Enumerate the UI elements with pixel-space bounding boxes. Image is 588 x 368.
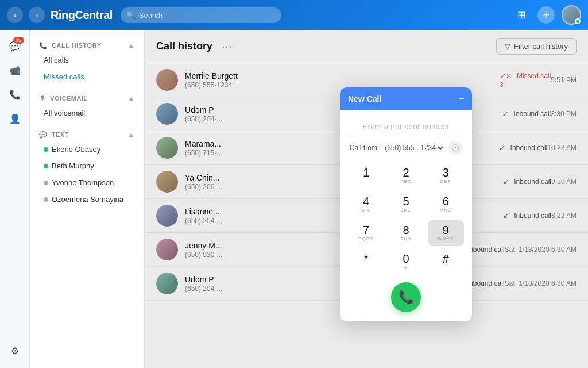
voicemail-chevron[interactable]: ▲ (128, 94, 135, 102)
dial-key-7[interactable]: 7PQRS (348, 220, 384, 246)
missed-calls-label: Missed calls (44, 72, 84, 81)
search-container: 🔍 (121, 7, 281, 23)
back-button[interactable]: ‹ (7, 7, 23, 23)
header-right: ⊞ + (512, 5, 581, 25)
dial-num: 6 (443, 195, 449, 208)
dial-num: 3 (443, 166, 449, 179)
dial-key-*[interactable]: * (348, 249, 384, 274)
search-icon: 🔍 (126, 11, 136, 20)
call-from-row: Call from: (650) 555 - 1234 🕐 (348, 141, 464, 155)
dial-num: 0 (403, 252, 409, 265)
call-from-select[interactable]: (650) 555 - 1234 (382, 143, 445, 152)
forward-button[interactable]: › (29, 7, 45, 23)
dial-letters: WXYZ (438, 236, 454, 242)
phone-small-icon: 📞 (39, 42, 48, 49)
dialpad-input[interactable] (348, 117, 464, 136)
add-button[interactable]: + (537, 6, 555, 24)
text-chevron[interactable]: ▲ (128, 131, 135, 139)
dial-key-2[interactable]: 2ABC (388, 163, 424, 188)
app-header: ‹ › RingCentral 🔍 ⊞ + (0, 0, 588, 30)
dial-call-button[interactable]: 📞 (391, 282, 421, 312)
dialpad: 12ABC3DEF4GHI5JKL6MNO7PQRS8TUV9WXYZ*0+# (348, 163, 464, 274)
modal-body: Call from: (650) 555 - 1234 🕐 12ABC3DEF4… (340, 110, 472, 321)
video-icon-button[interactable]: 📹 (5, 60, 25, 80)
main-content: Call history ⋯ ▽ Filter call history Mer… (145, 30, 588, 368)
settings-icon-button[interactable]: ⚙ (5, 340, 25, 361)
dial-key-4[interactable]: 4GHI (348, 191, 384, 217)
dial-num: 7 (363, 224, 369, 236)
dial-key-8[interactable]: 8TUV (388, 220, 424, 246)
voicemail-label: 🎙 VOICEMAIL (39, 95, 88, 102)
dial-num: 1 (363, 166, 369, 179)
dial-key-3[interactable]: 3DEF (428, 163, 464, 188)
dial-num: 5 (403, 195, 409, 208)
sidebar-item-ozoemena[interactable]: Ozoemena Somayina (30, 191, 144, 208)
ozoemena-status-dot (44, 197, 48, 202)
modal-header: New Call − (340, 87, 472, 110)
call-from-label: Call from: (350, 144, 379, 152)
text-label: 💬 TEXT (39, 131, 69, 139)
all-calls-label: All calls (44, 56, 69, 64)
dial-letters: MNO (439, 208, 452, 213)
dial-letters: JKL (401, 208, 411, 213)
sidebar-item-all-voicemail[interactable]: All voicemail (30, 105, 144, 121)
sidebar: 📞 CALL HISTORY ▲ All calls Missed calls … (30, 30, 145, 368)
main-layout: 💬 12 📹 📞 👤 ⚙ 📞 CALL HISTORY ▲ All calls … (0, 30, 588, 368)
modal-title: New Call (348, 94, 381, 103)
dial-key-9[interactable]: 9WXYZ (428, 220, 464, 246)
dial-num: 2 (403, 166, 409, 179)
sidebar-item-missed-calls[interactable]: Missed calls (30, 68, 144, 85)
clock-button[interactable]: 🕐 (448, 141, 462, 155)
dial-num: 4 (363, 195, 369, 208)
dial-letters: TUV (400, 236, 411, 242)
call-button-wrap: 📞 (348, 282, 464, 312)
messages-badge: 12 (13, 37, 24, 44)
dial-num: 8 (403, 224, 409, 236)
modal-close-button[interactable]: − (459, 94, 464, 103)
dial-num: * (364, 252, 369, 265)
dial-letters: PQRS (358, 236, 374, 242)
text-icon: 💬 (39, 131, 48, 138)
beth-status-dot (44, 164, 48, 168)
new-call-modal: New Call − Call from: (650) 555 - 1234 🕐… (340, 87, 472, 321)
dial-key-5[interactable]: 5JKL (388, 191, 424, 217)
dial-key-#[interactable]: # (428, 249, 464, 274)
sidebar-item-beth[interactable]: Beth Murphy (30, 158, 144, 174)
voicemail-icon: 🎙 (39, 95, 46, 102)
search-input[interactable] (121, 7, 281, 23)
dial-num: # (443, 252, 449, 265)
messages-icon-button[interactable]: 💬 12 (5, 36, 25, 56)
call-history-label: 📞 CALL HISTORY (39, 42, 102, 49)
call-history-section-header: 📞 CALL HISTORY ▲ (30, 37, 144, 52)
ekene-status-dot (44, 147, 48, 152)
sidebar-item-yvonne[interactable]: Yvonne Thompson (30, 174, 144, 191)
dial-letters: DEF (440, 179, 451, 185)
sidebar-item-ekene[interactable]: Ekene Obasey (30, 141, 144, 158)
app-logo: RingCentral (51, 9, 113, 22)
online-status-dot (575, 18, 581, 24)
call-history-chevron[interactable]: ▲ (128, 41, 135, 49)
text-section-header: 💬 TEXT ▲ (30, 126, 144, 141)
dial-letters: GHI (361, 208, 371, 213)
phone-icon-button[interactable]: 📞 (5, 84, 25, 105)
dial-num: 9 (443, 224, 449, 236)
settings-wrap: ⚙ (5, 340, 25, 361)
dial-letters: ABC (400, 179, 411, 185)
dial-key-1[interactable]: 1 (348, 163, 384, 188)
dial-letters: + (404, 265, 408, 271)
user-avatar-wrap (562, 5, 581, 25)
dial-key-0[interactable]: 0+ (388, 249, 424, 274)
grid-icon-button[interactable]: ⊞ (512, 6, 531, 24)
dial-key-6[interactable]: 6MNO (428, 191, 464, 217)
yvonne-status-dot (44, 181, 48, 185)
icon-bar: 💬 12 📹 📞 👤 ⚙ (0, 30, 30, 368)
contacts-icon-button[interactable]: 👤 (5, 108, 25, 129)
voicemail-section-header: 🎙 VOICEMAIL ▲ (30, 90, 144, 105)
sidebar-item-all-calls[interactable]: All calls (30, 52, 144, 68)
